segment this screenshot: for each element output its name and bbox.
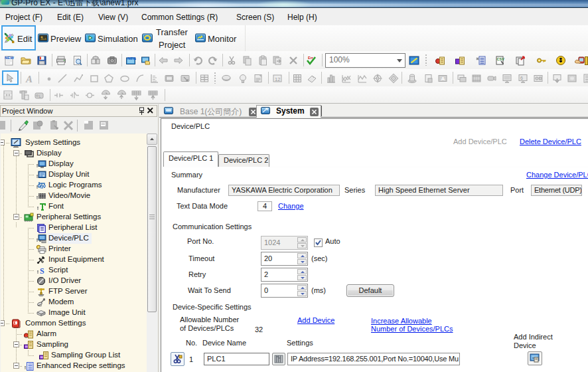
svg-text:S: S	[40, 266, 44, 276]
svg-text:NEW: NEW	[127, 56, 136, 60]
svg-text:Err: Err	[308, 56, 314, 60]
svg-text:6: 6	[520, 76, 523, 80]
svg-text:NEW: NEW	[5, 56, 14, 60]
svg-text:CSV: CSV	[497, 57, 505, 61]
svg-text:A: A	[441, 76, 445, 82]
svg-text:A: A	[25, 74, 33, 84]
svg-text:12: 12	[275, 76, 280, 82]
